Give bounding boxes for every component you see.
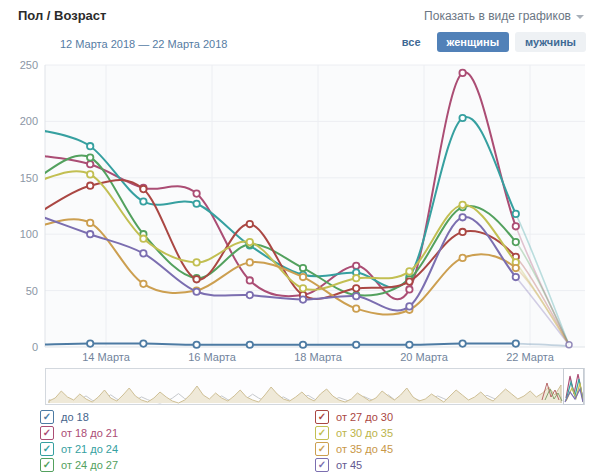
data-point-от-27-до-30[interactable] <box>87 182 93 188</box>
data-point-от-45[interactable] <box>140 250 146 256</box>
data-point-от-30-до-35[interactable] <box>406 268 412 274</box>
data-point-до-18[interactable] <box>353 342 359 348</box>
x-axis-label: 14 Марта <box>82 351 130 363</box>
data-point-до-18[interactable] <box>406 342 412 348</box>
data-point-от-21-до-24[interactable] <box>87 143 93 149</box>
data-point-от-21-до-24[interactable] <box>459 115 465 121</box>
minimap-spikes <box>49 385 561 403</box>
y-axis-tick: 50 <box>26 285 38 297</box>
data-point-от-45[interactable] <box>459 214 465 220</box>
legend-label-от-35-до-45: от 35 до 45 <box>336 443 393 455</box>
legend-item-от-27-до-30: ✓от 27 до 30 <box>315 410 393 424</box>
chart-area: 05010015020025014 Марта16 Марта18 Марта2… <box>0 54 600 366</box>
data-point-от-27-до-30[interactable] <box>140 186 146 192</box>
data-point-от-45[interactable] <box>193 289 199 295</box>
y-axis-tick: 150 <box>20 172 38 184</box>
data-point-от-30-до-35[interactable] <box>140 236 146 242</box>
data-point-от-35-до-45[interactable] <box>459 255 465 261</box>
minimap-tail-sparkline <box>564 369 583 404</box>
legend-checkbox-от-27-до-30[interactable]: ✓ <box>315 410 329 424</box>
data-point-от-18-до-21[interactable] <box>87 161 93 167</box>
data-point-от-27-до-30[interactable] <box>247 221 253 227</box>
data-point-от-30-до-35[interactable] <box>459 202 465 208</box>
data-point-от-30-до-35[interactable] <box>353 275 359 281</box>
chevron-down-icon <box>576 15 584 19</box>
data-point-до-18[interactable] <box>300 342 306 348</box>
data-point-от-18-до-21[interactable] <box>513 223 519 229</box>
legend-label-от-45: от 45 <box>336 459 362 471</box>
data-point-до-18[interactable] <box>513 340 519 346</box>
legend-item-от-18-до-21: ✓от 18 до 21 <box>40 426 118 440</box>
data-point-от-18-до-21[interactable] <box>459 70 465 76</box>
minimap-sparkline <box>46 369 584 404</box>
legend-checkbox-от-18-до-21[interactable]: ✓ <box>40 426 54 440</box>
view-mode-dropdown[interactable]: Показать в виде графиков <box>424 9 584 23</box>
legend-checkbox-от-30-до-35[interactable]: ✓ <box>315 426 329 440</box>
page-title: Пол / Возраст <box>18 8 106 23</box>
age-lines-chart[interactable]: 05010015020025014 Марта16 Марта18 Марта2… <box>0 54 600 366</box>
date-range-label: 12 Марта 2018 — 22 Марта 2018 <box>60 38 227 50</box>
data-point-от-18-до-21[interactable] <box>353 263 359 269</box>
legend-item-от-21-до-24: ✓от 21 до 24 <box>40 442 118 456</box>
data-point-от-30-до-35[interactable] <box>193 259 199 265</box>
legend-item-от-24-до-27: ✓от 24 до 27 <box>40 458 118 472</box>
data-point-от-21-до-24[interactable] <box>193 201 199 207</box>
x-axis-label: 22 Марта <box>506 351 554 363</box>
data-point-от-45[interactable] <box>513 274 519 280</box>
data-point-до-18[interactable] <box>459 340 465 346</box>
x-axis-label: 18 Марта <box>294 351 342 363</box>
data-point-до-18[interactable] <box>193 342 199 348</box>
legend-checkbox-до-18[interactable]: ✓ <box>40 410 54 424</box>
legend-label-от-18-до-21: от 18 до 21 <box>61 427 118 439</box>
data-point-от-24-до-27[interactable] <box>87 154 93 160</box>
data-point-от-35-до-45[interactable] <box>247 259 253 265</box>
data-point-от-35-до-45[interactable] <box>300 274 306 280</box>
data-point-от-27-до-30[interactable] <box>353 285 359 291</box>
tab-все[interactable]: все <box>392 32 431 52</box>
tab-женщины[interactable]: женщины <box>437 32 510 52</box>
data-point-от-45[interactable] <box>353 293 359 299</box>
legend-checkbox-от-24-до-27[interactable]: ✓ <box>40 458 54 472</box>
data-point-до-18[interactable] <box>87 340 93 346</box>
data-point-от-27-до-30[interactable] <box>459 229 465 235</box>
data-point-от-35-до-45[interactable] <box>513 265 519 271</box>
legend-checkbox-от-45[interactable]: ✓ <box>315 458 329 472</box>
data-point-от-24-до-27[interactable] <box>513 239 519 245</box>
y-axis-tick: 100 <box>20 228 38 240</box>
data-point-до-18[interactable] <box>247 342 253 348</box>
legend-label-до-18: до 18 <box>61 411 89 423</box>
data-point-от-18-до-21[interactable] <box>247 277 253 283</box>
data-point-last-от-45[interactable] <box>566 342 572 348</box>
data-point-от-30-до-35[interactable] <box>87 171 93 177</box>
data-point-от-45[interactable] <box>406 303 412 309</box>
data-point-от-24-до-27[interactable] <box>300 265 306 271</box>
tab-мужчины[interactable]: мужчины <box>515 32 586 52</box>
legend-item-от-35-до-45: ✓от 35 до 45 <box>315 442 393 456</box>
x-axis-label: 16 Марта <box>188 351 236 363</box>
data-point-от-45[interactable] <box>300 296 306 302</box>
data-point-от-18-до-21[interactable] <box>406 286 412 292</box>
timeline-minimap[interactable] <box>45 368 585 405</box>
data-point-до-18[interactable] <box>140 340 146 346</box>
data-point-от-21-до-24[interactable] <box>513 211 519 217</box>
data-point-от-18-до-21[interactable] <box>193 190 199 196</box>
legend-checkbox-от-35-до-45[interactable]: ✓ <box>315 442 329 456</box>
legend-label-от-30-до-35: от 30 до 35 <box>336 427 393 439</box>
data-point-от-27-до-30[interactable] <box>193 276 199 282</box>
y-axis-tick: 0 <box>32 341 38 353</box>
data-point-от-27-до-30[interactable] <box>406 278 412 284</box>
legend-item-от-45: ✓от 45 <box>315 458 362 472</box>
data-point-от-35-до-45[interactable] <box>87 220 93 226</box>
data-point-от-35-до-45[interactable] <box>353 305 359 311</box>
legend-checkbox-от-21-до-24[interactable]: ✓ <box>40 442 54 456</box>
minimap-handle[interactable] <box>563 368 584 405</box>
data-point-от-21-до-24[interactable] <box>140 198 146 204</box>
data-point-от-45[interactable] <box>87 231 93 237</box>
data-point-от-45[interactable] <box>247 292 253 298</box>
y-axis-tick: 200 <box>20 115 38 127</box>
data-point-от-30-до-35[interactable] <box>247 239 253 245</box>
legend-label-от-24-до-27: от 24 до 27 <box>61 459 118 471</box>
y-axis-tick: 250 <box>20 59 38 71</box>
data-point-от-30-до-35[interactable] <box>300 285 306 291</box>
data-point-от-35-до-45[interactable] <box>140 281 146 287</box>
